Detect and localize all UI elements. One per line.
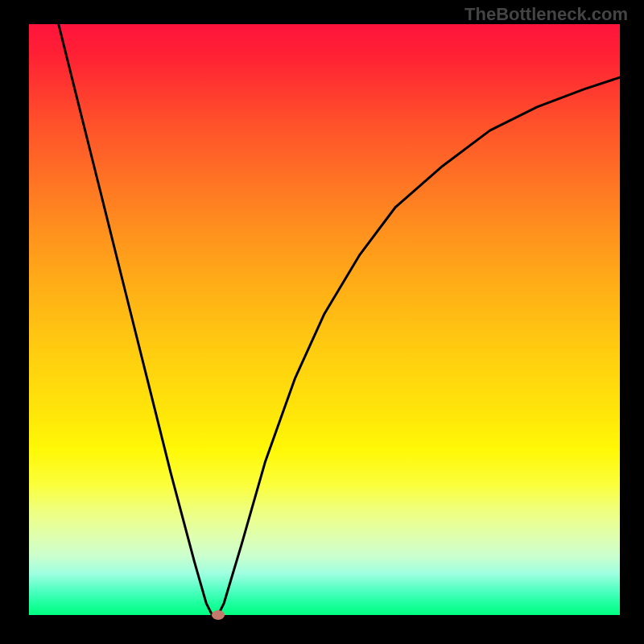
optimum-marker	[212, 610, 225, 620]
watermark-text: TheBottleneck.com	[464, 4, 628, 25]
bottleneck-curve	[29, 24, 620, 615]
chart-plot-area	[29, 24, 620, 615]
